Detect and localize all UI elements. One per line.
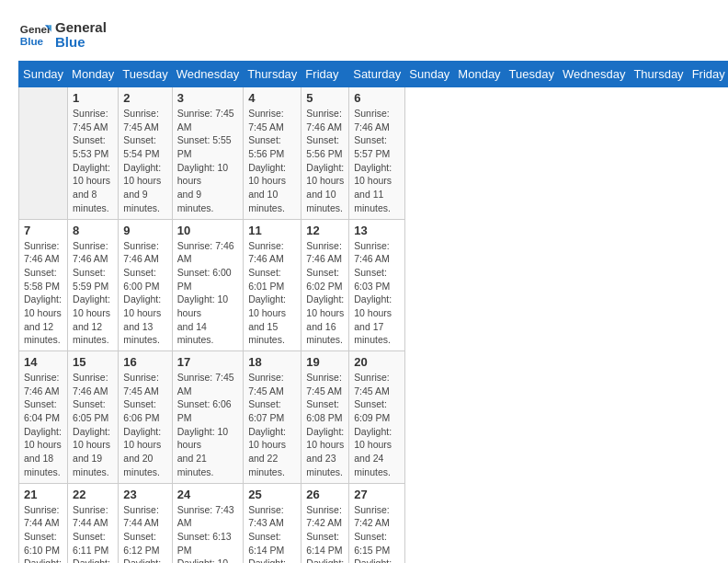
day-header-friday: Friday <box>688 62 728 87</box>
calendar-table: SundayMondayTuesdayWednesdayThursdayFrid… <box>18 61 728 563</box>
day-number: 26 <box>306 488 344 501</box>
logo-blue-text: Blue <box>55 34 85 50</box>
day-number: 15 <box>73 355 113 369</box>
day-info: Sunrise: 7:45 AM Sunset: 6:06 PM Dayligh… <box>177 371 238 479</box>
day-number: 5 <box>306 91 344 105</box>
calendar-cell: 3Sunrise: 7:45 AM Sunset: 5:55 PM Daylig… <box>172 87 243 220</box>
calendar-cell: 13Sunrise: 7:46 AM Sunset: 6:03 PM Dayli… <box>349 219 405 351</box>
day-info: Sunrise: 7:45 AM Sunset: 6:08 PM Dayligh… <box>306 371 344 479</box>
calendar-cell: 25Sunrise: 7:43 AM Sunset: 6:14 PM Dayli… <box>244 483 301 563</box>
calendar-cell: 10Sunrise: 7:46 AM Sunset: 6:00 PM Dayli… <box>172 219 243 351</box>
calendar-cell: 23Sunrise: 7:44 AM Sunset: 6:12 PM Dayli… <box>119 483 172 563</box>
calendar-cell: 16Sunrise: 7:45 AM Sunset: 6:06 PM Dayli… <box>119 351 172 484</box>
day-number: 20 <box>354 355 400 369</box>
day-header-thursday: Thursday <box>244 62 301 87</box>
calendar-cell: 7Sunrise: 7:46 AM Sunset: 5:58 PM Daylig… <box>19 219 68 351</box>
day-number: 12 <box>306 224 344 237</box>
day-number: 23 <box>123 488 166 501</box>
day-number: 18 <box>248 355 296 369</box>
day-info: Sunrise: 7:44 AM Sunset: 6:12 PM Dayligh… <box>123 503 166 564</box>
day-number: 2 <box>123 91 166 105</box>
calendar-cell: 1Sunrise: 7:45 AM Sunset: 5:53 PM Daylig… <box>68 87 119 220</box>
day-info: Sunrise: 7:45 AM Sunset: 5:55 PM Dayligh… <box>177 107 238 215</box>
day-number: 21 <box>24 488 63 501</box>
day-number: 9 <box>123 224 166 237</box>
day-info: Sunrise: 7:45 AM Sunset: 6:06 PM Dayligh… <box>123 371 166 479</box>
day-info: Sunrise: 7:45 AM Sunset: 5:53 PM Dayligh… <box>73 107 113 215</box>
calendar-cell: 20Sunrise: 7:45 AM Sunset: 6:09 PM Dayli… <box>349 351 405 484</box>
day-header-sunday: Sunday <box>19 62 68 87</box>
calendar-cell: 11Sunrise: 7:46 AM Sunset: 6:01 PM Dayli… <box>244 219 301 351</box>
day-info: Sunrise: 7:46 AM Sunset: 5:56 PM Dayligh… <box>306 107 344 215</box>
day-header-wednesday: Wednesday <box>172 62 243 87</box>
calendar-cell <box>19 87 68 220</box>
day-number: 16 <box>123 355 166 369</box>
day-info: Sunrise: 7:46 AM Sunset: 5:57 PM Dayligh… <box>354 107 400 215</box>
calendar-cell: 24Sunrise: 7:43 AM Sunset: 6:13 PM Dayli… <box>172 483 243 563</box>
day-number: 22 <box>73 488 113 501</box>
day-number: 6 <box>354 91 400 105</box>
logo: General Blue General Blue <box>18 18 107 52</box>
calendar-cell: 5Sunrise: 7:46 AM Sunset: 5:56 PM Daylig… <box>301 87 349 220</box>
day-number: 8 <box>73 224 113 237</box>
day-header-saturday: Saturday <box>349 62 405 87</box>
day-number: 4 <box>248 91 296 105</box>
svg-text:Blue: Blue <box>20 35 44 47</box>
page-header: General Blue General Blue <box>18 18 710 52</box>
day-info: Sunrise: 7:46 AM Sunset: 5:58 PM Dayligh… <box>24 239 63 348</box>
day-header-tuesday: Tuesday <box>505 62 558 87</box>
day-number: 25 <box>248 488 296 501</box>
day-info: Sunrise: 7:46 AM Sunset: 5:59 PM Dayligh… <box>73 239 113 348</box>
calendar-cell: 27Sunrise: 7:42 AM Sunset: 6:15 PM Dayli… <box>349 483 405 563</box>
calendar-cell: 22Sunrise: 7:44 AM Sunset: 6:11 PM Dayli… <box>68 483 119 563</box>
day-number: 3 <box>177 91 238 105</box>
day-info: Sunrise: 7:46 AM Sunset: 6:05 PM Dayligh… <box>73 371 113 479</box>
calendar-cell: 12Sunrise: 7:46 AM Sunset: 6:02 PM Dayli… <box>301 219 349 351</box>
day-info: Sunrise: 7:45 AM Sunset: 5:54 PM Dayligh… <box>123 107 166 215</box>
calendar-week-row: 1Sunrise: 7:45 AM Sunset: 5:53 PM Daylig… <box>19 87 729 220</box>
day-info: Sunrise: 7:46 AM Sunset: 6:04 PM Dayligh… <box>24 371 63 479</box>
calendar-cell: 8Sunrise: 7:46 AM Sunset: 5:59 PM Daylig… <box>68 219 119 351</box>
day-number: 27 <box>354 488 400 501</box>
calendar-week-row: 21Sunrise: 7:44 AM Sunset: 6:10 PM Dayli… <box>19 483 729 563</box>
day-info: Sunrise: 7:44 AM Sunset: 6:11 PM Dayligh… <box>73 503 113 564</box>
day-info: Sunrise: 7:43 AM Sunset: 6:13 PM Dayligh… <box>177 503 238 564</box>
day-header-wednesday: Wednesday <box>559 62 630 87</box>
calendar-cell: 21Sunrise: 7:44 AM Sunset: 6:10 PM Dayli… <box>19 483 68 563</box>
calendar-week-row: 14Sunrise: 7:46 AM Sunset: 6:04 PM Dayli… <box>19 351 729 484</box>
day-info: Sunrise: 7:46 AM Sunset: 6:00 PM Dayligh… <box>177 239 238 348</box>
day-info: Sunrise: 7:44 AM Sunset: 6:10 PM Dayligh… <box>24 503 63 564</box>
day-info: Sunrise: 7:45 AM Sunset: 6:09 PM Dayligh… <box>354 371 400 479</box>
calendar-cell: 18Sunrise: 7:45 AM Sunset: 6:07 PM Dayli… <box>244 351 301 484</box>
day-info: Sunrise: 7:43 AM Sunset: 6:14 PM Dayligh… <box>248 503 296 564</box>
day-info: Sunrise: 7:46 AM Sunset: 6:00 PM Dayligh… <box>123 239 166 348</box>
logo-general-text: General <box>55 19 107 35</box>
day-info: Sunrise: 7:46 AM Sunset: 6:03 PM Dayligh… <box>354 239 400 348</box>
calendar-cell: 9Sunrise: 7:46 AM Sunset: 6:00 PM Daylig… <box>119 219 172 351</box>
day-info: Sunrise: 7:46 AM Sunset: 6:02 PM Dayligh… <box>306 239 344 348</box>
calendar-cell: 14Sunrise: 7:46 AM Sunset: 6:04 PM Dayli… <box>19 351 68 484</box>
day-number: 11 <box>248 224 296 237</box>
day-header-monday: Monday <box>68 62 119 87</box>
day-number: 24 <box>177 488 238 501</box>
day-info: Sunrise: 7:45 AM Sunset: 6:07 PM Dayligh… <box>248 371 296 479</box>
calendar-cell: 19Sunrise: 7:45 AM Sunset: 6:08 PM Dayli… <box>301 351 349 484</box>
svg-text:General: General <box>20 23 51 35</box>
day-number: 1 <box>73 91 113 105</box>
day-header-sunday: Sunday <box>405 62 454 87</box>
calendar-cell: 4Sunrise: 7:45 AM Sunset: 5:56 PM Daylig… <box>244 87 301 220</box>
calendar-cell: 2Sunrise: 7:45 AM Sunset: 5:54 PM Daylig… <box>119 87 172 220</box>
logo-icon: General Blue <box>18 18 51 52</box>
calendar-cell: 6Sunrise: 7:46 AM Sunset: 5:57 PM Daylig… <box>349 87 405 220</box>
day-info: Sunrise: 7:45 AM Sunset: 5:56 PM Dayligh… <box>248 107 296 215</box>
day-header-tuesday: Tuesday <box>119 62 172 87</box>
day-number: 14 <box>24 355 63 369</box>
calendar-header-row: SundayMondayTuesdayWednesdayThursdayFrid… <box>19 62 729 87</box>
day-number: 19 <box>306 355 344 369</box>
day-info: Sunrise: 7:46 AM Sunset: 6:01 PM Dayligh… <box>248 239 296 348</box>
calendar-week-row: 7Sunrise: 7:46 AM Sunset: 5:58 PM Daylig… <box>19 219 729 351</box>
day-number: 7 <box>24 224 63 237</box>
day-number: 17 <box>177 355 238 369</box>
day-header-monday: Monday <box>454 62 505 87</box>
day-info: Sunrise: 7:42 AM Sunset: 6:15 PM Dayligh… <box>354 503 400 564</box>
